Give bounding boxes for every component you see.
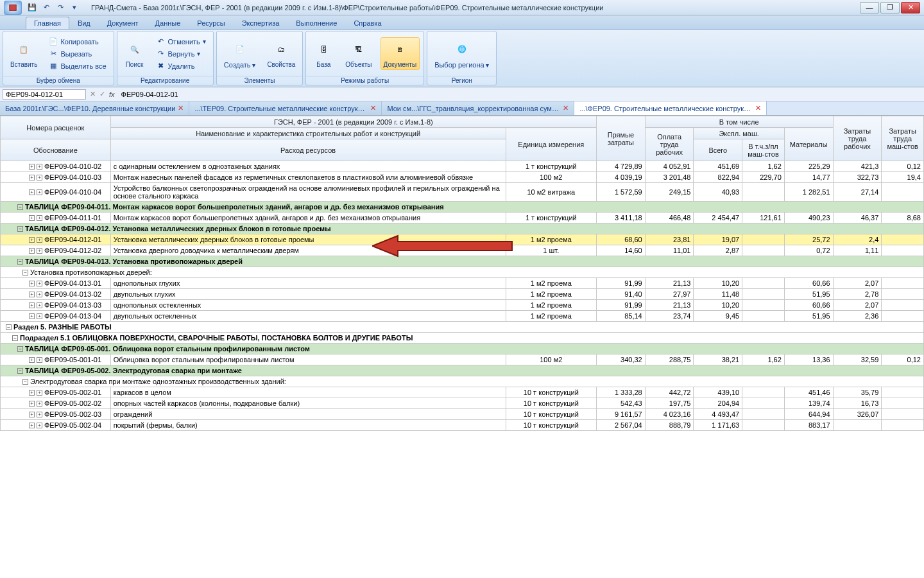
tree-toggle[interactable]: + [29, 357, 35, 363]
minimize-button[interactable]: — [860, 2, 879, 13]
tree-toggle[interactable]: + [37, 175, 42, 180]
qat-save-icon[interactable]: 💾 [26, 2, 38, 13]
redo-button[interactable]: ↷Вернуть ▾ [153, 48, 209, 60]
tree-toggle[interactable]: − [17, 204, 23, 210]
accept-icon[interactable]: ✓ [99, 90, 105, 98]
tree-toggle[interactable]: + [29, 292, 35, 297]
estimate-grid[interactable]: Номера расценок ГЭСН, ФЕР - 2001 (в реда… [0, 116, 924, 431]
documents-button[interactable]: 🗎 Документы [381, 37, 420, 70]
table-row[interactable]: ++ ФЕР09-04-013-01однопольных глухих1 м2… [1, 278, 924, 289]
tab-Ресурсы[interactable]: Ресурсы [189, 17, 233, 29]
tree-toggle[interactable]: + [37, 237, 42, 243]
tab-Вид[interactable]: Вид [69, 17, 99, 29]
close-tab-icon[interactable]: ✕ [370, 104, 376, 112]
tree-toggle[interactable]: + [29, 401, 35, 407]
tree-toggle[interactable]: − [22, 379, 28, 385]
tree-toggle[interactable]: + [37, 164, 42, 170]
col-basis[interactable]: Обоснование [1, 139, 111, 161]
tree-toggle[interactable]: + [29, 302, 35, 308]
table-row[interactable]: − Электродуговая сварка при монтаже одно… [1, 376, 924, 387]
close-button[interactable]: ✕ [901, 2, 920, 13]
maximize-button[interactable]: ❐ [880, 2, 900, 13]
objects-button[interactable]: 🏗 Объекты [342, 37, 375, 70]
table-row[interactable]: − ТАБЛИЦА ФЕР09-04-013. Установка против… [1, 256, 924, 267]
table-row[interactable]: ++ ФЕР09-04-012-02Установка дверного дов… [1, 245, 924, 256]
col-direct[interactable]: Прямые затраты [596, 116, 645, 161]
table-row[interactable]: ++ ФЕР09-04-011-01Монтаж каркасов ворот … [1, 213, 924, 223]
tree-toggle[interactable]: + [37, 292, 42, 297]
undo-button[interactable]: ↶Отменить ▾ [153, 36, 209, 48]
tree-toggle[interactable]: + [29, 248, 35, 254]
doc-tab[interactable]: ...\ФЕР09. Строительные металлические ко… [574, 101, 767, 115]
table-row[interactable]: ++ ФЕР09-05-002-02опорных частей каркасо… [1, 398, 924, 409]
tree-toggle[interactable]: + [29, 423, 35, 428]
col-unit[interactable]: Единица измерения [506, 128, 596, 161]
tab-Справка[interactable]: Справка [345, 17, 389, 29]
tree-toggle[interactable]: + [29, 175, 35, 180]
tab-Экспертиза[interactable]: Экспертиза [234, 17, 288, 29]
doc-tab[interactable]: База 2001г.\ГЭС...\ФЕР10. Деревянные кон… [0, 101, 189, 115]
close-tab-icon[interactable]: ✕ [178, 104, 184, 112]
col-mach[interactable]: Экспл. маш. [694, 128, 784, 139]
col-mach-wage[interactable]: В т.ч.з/пл маш-стов [742, 139, 785, 161]
col-name[interactable]: Наименование и характеристика строительн… [110, 128, 506, 139]
tree-toggle[interactable]: + [37, 313, 42, 319]
tree-toggle[interactable]: − [6, 324, 12, 330]
close-tab-icon[interactable]: ✕ [563, 104, 569, 112]
table-row[interactable]: ++ ФЕР09-05-002-04покрытий (фермы, балки… [1, 420, 924, 431]
tree-toggle[interactable]: + [37, 401, 42, 407]
table-row[interactable]: ++ ФЕР09-04-012-01Установка металлически… [1, 234, 924, 245]
qat-down-icon[interactable]: ▾ [68, 2, 81, 13]
table-row[interactable]: ++ ФЕР09-04-010-02с одинарным остекление… [1, 161, 924, 172]
tree-toggle[interactable]: + [29, 189, 35, 195]
cut-button[interactable]: ✂Вырезать [46, 48, 109, 60]
col-wage[interactable]: Оплата труда рабочих [645, 128, 694, 161]
app-orb[interactable] [4, 1, 22, 15]
name-box[interactable]: ФЕР09-04-012-01 [3, 89, 86, 100]
formula-value[interactable]: ФЕР09-04-012-01 [119, 90, 921, 99]
base-button[interactable]: 🗄 База [310, 37, 337, 70]
tree-toggle[interactable]: + [37, 215, 42, 221]
col-resource[interactable]: Расход ресурсов [110, 139, 506, 161]
tree-toggle[interactable]: − [17, 346, 23, 352]
tree-toggle[interactable]: − [12, 335, 18, 341]
table-row[interactable]: ++ ФЕР09-05-001-01Облицовка ворот стальн… [1, 355, 924, 365]
tree-toggle[interactable]: + [29, 412, 35, 417]
tab-Главная[interactable]: Главная [26, 17, 69, 29]
create-button[interactable]: 📄 Создать ▾ [221, 37, 259, 71]
col-numbers[interactable]: Номера расценок [1, 116, 111, 139]
table-row[interactable]: ++ ФЕР09-04-013-03однопольных остекленны… [1, 300, 924, 311]
tree-toggle[interactable]: + [29, 215, 35, 221]
tree-toggle[interactable]: + [37, 189, 42, 195]
region-button[interactable]: 🌐 Выбор региона ▾ [431, 37, 492, 71]
delete-button[interactable]: ✖Удалить [153, 60, 209, 72]
tree-toggle[interactable]: + [29, 164, 35, 170]
select-all-button[interactable]: ▦Выделить все [46, 60, 109, 72]
tree-toggle[interactable]: + [37, 281, 42, 286]
table-row[interactable]: − Раздел 5. РАЗНЫЕ РАБОТЫ [1, 322, 924, 333]
tree-toggle[interactable]: + [37, 302, 42, 308]
tree-toggle[interactable]: + [37, 412, 42, 417]
table-row[interactable]: ++ ФЕР09-04-013-02двупольных глухих1 м2 … [1, 289, 924, 300]
tree-toggle[interactable]: + [37, 248, 42, 254]
table-row[interactable]: ++ ФЕР09-05-002-01каркасов в целом10 т к… [1, 387, 924, 398]
tree-toggle[interactable]: + [37, 423, 42, 428]
table-row[interactable]: − Установка противопожарных дверей: [1, 267, 924, 278]
tree-toggle[interactable]: + [37, 357, 42, 363]
table-row[interactable]: ++ ФЕР09-04-010-03Монтаж навесных панеле… [1, 172, 924, 183]
col-labor-mach[interactable]: Затраты труда маш-стов [882, 116, 924, 161]
table-row[interactable]: − ТАБЛИЦА ФЕР09-05-001. Облицовка ворот … [1, 344, 924, 355]
close-tab-icon[interactable]: ✕ [755, 104, 761, 112]
qat-redo-icon[interactable]: ↷ [54, 2, 67, 13]
table-row[interactable]: − Подраздел 5.1 ОБЛИЦОВКА ПОВЕРХНОСТИ, С… [1, 333, 924, 344]
tab-Документ[interactable]: Документ [99, 17, 147, 29]
search-button[interactable]: 🔍 Поиск [121, 37, 148, 70]
tree-toggle[interactable]: + [29, 237, 35, 243]
doc-tab[interactable]: Мои см...\ГГС_транвляция_корректированна… [382, 101, 574, 115]
col-mach-total[interactable]: Всего [694, 139, 742, 161]
col-including[interactable]: В том числе [645, 116, 833, 128]
table-row[interactable]: ++ ФЕР09-05-002-03ограждений10 т констру… [1, 409, 924, 420]
qat-undo-icon[interactable]: ↶ [40, 2, 53, 13]
table-row[interactable]: − ТАБЛИЦА ФЕР09-04-011. Монтаж каркасов … [1, 202, 924, 213]
tree-toggle[interactable]: + [29, 281, 35, 286]
